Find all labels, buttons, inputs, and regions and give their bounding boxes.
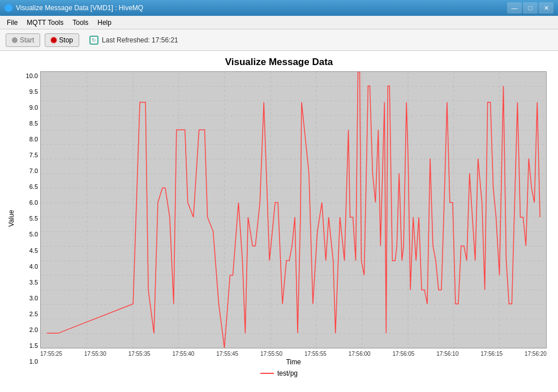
y-axis-label: Value bbox=[7, 71, 19, 366]
chart-svg bbox=[40, 71, 547, 348]
window-title: Visualize Message Data [VMD1] : HiveMQ bbox=[16, 4, 143, 12]
close-button[interactable]: ✕ bbox=[539, 2, 553, 14]
menu-bar: File MQTT Tools Tools Help bbox=[0, 16, 558, 29]
refresh-text: Last Refreshed: 17:56:21 bbox=[102, 36, 178, 44]
maximize-button[interactable]: □ bbox=[523, 2, 538, 14]
x-axis-title: Time bbox=[40, 358, 547, 366]
menu-mqtt-tools[interactable]: MQTT Tools bbox=[22, 18, 68, 28]
start-icon bbox=[12, 37, 18, 43]
toolbar: Start Stop ↻ Last Refreshed: 17:56:21 bbox=[0, 29, 558, 51]
chart-container: Visualize Message Data Value 10.0 9.5 9.… bbox=[0, 51, 558, 392]
menu-help[interactable]: Help bbox=[93, 18, 116, 28]
chart-wrapper: Value 10.0 9.5 9.0 8.5 8.0 7.5 7.0 6.5 6… bbox=[7, 71, 551, 366]
chart-inner: 17:55:25 17:55:30 17:55:35 17:55:40 17:5… bbox=[40, 71, 551, 366]
data-line bbox=[47, 72, 540, 348]
chart-title: Visualize Message Data bbox=[225, 57, 333, 68]
menu-file[interactable]: File bbox=[2, 18, 22, 28]
start-button[interactable]: Start bbox=[6, 33, 40, 47]
legend-line bbox=[260, 373, 274, 374]
legend-label: test/pg bbox=[277, 369, 298, 377]
refresh-icon: ↻ bbox=[89, 36, 98, 45]
title-bar: Visualize Message Data [VMD1] : HiveMQ —… bbox=[0, 0, 558, 16]
minimize-button[interactable]: — bbox=[507, 2, 522, 14]
chart-legend: test/pg bbox=[260, 369, 298, 377]
window-controls: — □ ✕ bbox=[507, 2, 553, 14]
app-icon bbox=[5, 4, 12, 12]
stop-button[interactable]: Stop bbox=[45, 33, 79, 47]
refresh-info: ↻ Last Refreshed: 17:56:21 bbox=[89, 36, 178, 45]
stop-icon bbox=[51, 37, 57, 43]
stop-label: Stop bbox=[59, 36, 73, 44]
start-label: Start bbox=[20, 36, 34, 44]
x-axis-labels: 17:55:25 17:55:30 17:55:35 17:55:40 17:5… bbox=[40, 348, 547, 357]
y-tick-labels: 10.0 9.5 9.0 8.5 8.0 7.5 7.0 6.5 6.0 5.5… bbox=[21, 71, 40, 366]
menu-tools[interactable]: Tools bbox=[68, 18, 93, 28]
